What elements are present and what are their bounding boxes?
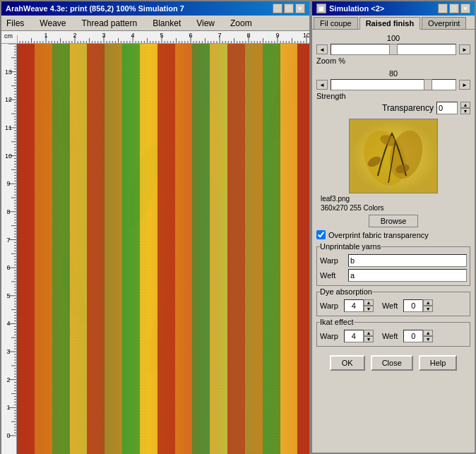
strength-slider-container: ◄ ► xyxy=(316,79,470,90)
warp-unprintable-input[interactable] xyxy=(348,254,467,267)
menu-view[interactable]: View xyxy=(194,18,217,29)
svg-text:5: 5 xyxy=(6,292,10,299)
close-dialog-button[interactable]: Close xyxy=(371,355,413,371)
vertical-ruler-svg: (function() { var svg = document.current… xyxy=(1,44,17,439)
tab-overprint[interactable]: Overprint xyxy=(422,17,466,29)
strength-value-row: 80 xyxy=(316,69,470,78)
strength-scroll-left[interactable]: ◄ xyxy=(316,80,328,90)
sim-maximize-button[interactable]: □ xyxy=(449,4,459,13)
zoom-label: Zoom % xyxy=(316,56,470,65)
ikat-warp-spinbtns: ▲ ▼ xyxy=(364,330,374,342)
dye-warp-up[interactable]: ▲ xyxy=(364,299,374,306)
svg-text:10: 10 xyxy=(303,32,309,39)
strength-scroll-right[interactable]: ► xyxy=(459,80,470,90)
main-title: ArahWeave 4.3e: print (856,2) 100% Simul… xyxy=(6,4,184,13)
menu-weave[interactable]: Weave xyxy=(37,18,68,29)
overprint-label: Overprint fabric transparency xyxy=(328,231,429,239)
close-button[interactable]: × xyxy=(295,4,305,13)
ikat-warp-label: Warp xyxy=(320,332,338,340)
svg-text:4: 4 xyxy=(6,320,10,327)
dye-weft-spinbox: ▲ ▼ xyxy=(403,299,433,312)
ikat-weft-input[interactable] xyxy=(403,330,423,342)
transparency-input[interactable] xyxy=(436,102,458,114)
zoom-scroll-left[interactable]: ◄ xyxy=(316,44,328,54)
canvas-area: (function() { var svg = document.current… xyxy=(1,44,309,454)
ikat-warp-down[interactable]: ▼ xyxy=(364,336,374,342)
dye-absorption-legend: Dye absorption xyxy=(320,287,372,296)
transparency-up[interactable]: ▲ xyxy=(460,102,470,108)
horizontal-ruler: cm (function() { var svg = document.curr… xyxy=(1,31,309,44)
sim-title-bar: ▦ Simulation <2> _ □ × xyxy=(312,1,475,16)
dye-weft-input[interactable] xyxy=(403,299,423,312)
sim-title-left: ▦ Simulation <2> xyxy=(316,4,384,13)
svg-text:6: 6 xyxy=(189,32,192,39)
dye-warp-input[interactable] xyxy=(344,299,364,312)
ikat-weft-spinbox: ▲ ▼ xyxy=(403,330,433,342)
svg-text:1: 1 xyxy=(44,32,47,39)
sim-icon: ▦ xyxy=(316,4,326,13)
fabric-canvas xyxy=(17,44,309,454)
main-window: ArahWeave 4.3e: print (856,2) 100% Simul… xyxy=(0,0,311,454)
overprint-checkbox[interactable] xyxy=(316,230,326,239)
zoom-slider[interactable] xyxy=(331,44,456,55)
svg-text:3: 3 xyxy=(102,32,105,39)
strength-value: 80 xyxy=(389,69,398,78)
dye-weft-down[interactable]: ▼ xyxy=(423,306,433,312)
dye-warp-down[interactable]: ▼ xyxy=(364,306,374,312)
svg-text:7: 7 xyxy=(218,32,221,39)
warp-unprintable-label: Warp xyxy=(320,256,345,265)
ikat-weft-up[interactable]: ▲ xyxy=(423,330,433,336)
transparency-row: Transparency ▲ ▼ xyxy=(316,102,470,114)
svg-text:11: 11 xyxy=(5,124,12,131)
menu-files[interactable]: Files xyxy=(4,18,26,29)
weft-unprintable-input[interactable] xyxy=(348,269,467,282)
maximize-button[interactable]: □ xyxy=(284,4,294,13)
menu-thread-pattern[interactable]: Thread pattern xyxy=(79,18,139,29)
sim-close-button[interactable]: × xyxy=(460,4,470,13)
menu-blanket[interactable]: Blanket xyxy=(150,18,183,29)
strength-label: Strength xyxy=(316,92,470,100)
stripe-overlay xyxy=(17,44,309,454)
vertical-ruler: (function() { var svg = document.current… xyxy=(1,44,17,454)
main-title-bar: ArahWeave 4.3e: print (856,2) 100% Simul… xyxy=(1,1,309,16)
fabric-image xyxy=(17,44,309,454)
unprintable-yarns-legend: Unprintable yarns xyxy=(320,242,381,251)
ikat-warp-up[interactable]: ▲ xyxy=(364,330,374,336)
zoom-slider-container: ◄ ► xyxy=(316,44,470,55)
svg-text:2: 2 xyxy=(6,376,10,383)
weft-unprintable-label: Weft xyxy=(320,271,345,280)
sim-window-controls: _ □ × xyxy=(438,4,470,13)
minimize-button[interactable]: _ xyxy=(273,4,282,13)
help-button[interactable]: Help xyxy=(419,355,458,371)
ok-button[interactable]: OK xyxy=(330,355,365,371)
svg-text:5: 5 xyxy=(160,32,163,39)
menu-bar: Files Weave Thread pattern Blanket View … xyxy=(1,16,309,31)
menu-zoom[interactable]: Zoom xyxy=(228,18,254,29)
image-filename: leaf3.png xyxy=(321,195,466,203)
zoom-value-row: 100 xyxy=(316,34,470,42)
zoom-value: 100 xyxy=(387,34,400,42)
dye-weft-up[interactable]: ▲ xyxy=(423,299,433,306)
svg-text:9: 9 xyxy=(275,32,279,39)
svg-text:7: 7 xyxy=(6,237,10,244)
sim-minimize-button[interactable]: _ xyxy=(438,4,448,13)
dye-warp-label: Warp xyxy=(320,301,338,310)
ikat-weft-label: Weft xyxy=(382,332,398,340)
svg-text:12: 12 xyxy=(5,96,12,103)
tab-fil-coupe[interactable]: Fil coupe xyxy=(314,17,358,29)
transparency-down[interactable]: ▼ xyxy=(460,108,470,114)
ikat-weft-down[interactable]: ▼ xyxy=(423,336,433,342)
unprintable-yarns-section: Unprintable yarns Warp Weft xyxy=(316,242,470,286)
ikat-weft-spinbtns: ▲ ▼ xyxy=(423,330,433,342)
ruler-ticks-svg: (function() { var svg = document.current… xyxy=(17,31,309,44)
ikat-effect-legend: Ikat effect xyxy=(320,318,354,326)
browse-button[interactable]: Browse xyxy=(369,215,419,227)
strength-slider[interactable] xyxy=(331,79,456,90)
ikat-warp-input[interactable] xyxy=(344,330,364,342)
transparency-spinbtn: ▲ ▼ xyxy=(460,102,470,114)
sim-window: ▦ Simulation <2> _ □ × Fil coupe Raised … xyxy=(311,0,476,454)
image-dimensions: 360x270 255 Colors xyxy=(321,204,466,212)
dye-weft-spinbtns: ▲ ▼ xyxy=(423,299,433,312)
zoom-scroll-right[interactable]: ► xyxy=(459,44,470,54)
tab-raised-finish[interactable]: Raised finish xyxy=(359,17,420,30)
